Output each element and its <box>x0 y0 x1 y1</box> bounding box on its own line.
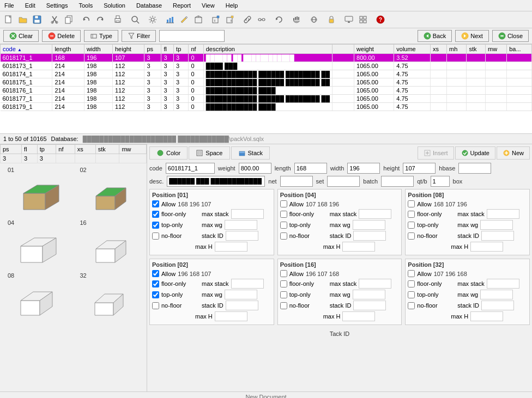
table-row[interactable]: 6018177_12141981123330████████████ █████… <box>1 95 532 103</box>
menu-settings[interactable]: Settings <box>44 1 70 10</box>
top-only-check-32[interactable] <box>408 291 415 298</box>
tb-chart[interactable] <box>164 13 177 26</box>
max-stack-input-04[interactable] <box>359 209 391 219</box>
allow-check-02[interactable] <box>152 270 159 277</box>
tb-open[interactable] <box>16 13 29 26</box>
col-mw[interactable]: mw <box>486 45 507 54</box>
max-wg-input-04[interactable] <box>353 220 385 230</box>
top-only-check-16[interactable] <box>280 291 287 298</box>
top-only-check-08[interactable] <box>408 222 415 229</box>
tb-palm[interactable] <box>290 13 303 26</box>
max-h-input-02[interactable] <box>215 311 247 321</box>
table-row[interactable]: 6018176_12141981123330████████████ ████1… <box>1 87 532 95</box>
width-input[interactable] <box>347 163 380 174</box>
allow-check-16[interactable] <box>280 270 287 277</box>
menu-report[interactable]: Report <box>171 1 193 10</box>
top-only-check-01[interactable] <box>152 222 159 229</box>
tb-print[interactable] <box>111 13 124 26</box>
filter-input[interactable] <box>159 30 225 42</box>
menu-tools[interactable]: Tools <box>76 1 95 10</box>
tb-save[interactable] <box>31 13 44 26</box>
tb-chain[interactable] <box>255 13 268 26</box>
max-stack-input-01[interactable] <box>231 209 264 219</box>
col-width[interactable]: width <box>84 45 112 54</box>
stack-id-input-02[interactable] <box>226 301 258 310</box>
top-only-check-04[interactable] <box>280 222 287 229</box>
tb-lock[interactable] <box>325 13 338 26</box>
length-input[interactable] <box>294 163 327 174</box>
max-stack-input-16[interactable] <box>359 279 391 289</box>
max-h-input-04[interactable] <box>342 242 375 252</box>
close-button[interactable]: Close <box>492 30 529 42</box>
floor-only-check-08[interactable] <box>408 211 415 218</box>
tb-grid[interactable] <box>356 13 370 26</box>
tab-insert[interactable]: Insert <box>418 146 454 160</box>
tb-undo[interactable] <box>80 13 93 26</box>
tab-update[interactable]: Update <box>455 146 495 160</box>
qtb-input[interactable] <box>431 176 450 187</box>
table-row[interactable]: 6018175_12141981123330████████████ █████… <box>1 78 532 87</box>
delete-button[interactable]: Delete <box>42 30 81 42</box>
tb-search[interactable] <box>129 13 142 26</box>
batch-input[interactable] <box>381 176 414 187</box>
max-stack-input-02[interactable] <box>231 279 264 289</box>
tab-stack[interactable]: Stack <box>231 146 270 160</box>
net-input[interactable] <box>280 176 313 187</box>
allow-check-08[interactable] <box>408 200 415 207</box>
tab-new[interactable]: New <box>497 146 530 160</box>
code-input[interactable] <box>166 163 215 174</box>
allow-check-01[interactable] <box>152 200 159 207</box>
filter-button[interactable]: Filter <box>122 30 156 42</box>
no-floor-check-16[interactable] <box>280 302 287 309</box>
col-xs[interactable]: xs <box>431 45 447 54</box>
tb-export[interactable] <box>209 13 222 26</box>
height-input[interactable] <box>403 163 436 174</box>
menu-edit[interactable]: Edit <box>23 1 38 10</box>
tb-link[interactable] <box>241 13 254 26</box>
menu-file[interactable]: File <box>2 1 16 10</box>
top-only-check-02[interactable] <box>152 291 159 298</box>
tb-edit[interactable] <box>178 13 191 26</box>
col-tp[interactable]: tp <box>174 45 189 54</box>
max-wg-input-16[interactable] <box>353 290 385 299</box>
stack-id-input-01[interactable] <box>226 231 258 241</box>
tb-box[interactable] <box>192 13 205 26</box>
tb-help[interactable]: ? <box>374 13 387 26</box>
col-ba[interactable]: ba... <box>507 45 532 54</box>
max-wg-input-08[interactable] <box>480 220 513 230</box>
max-h-input-08[interactable] <box>470 242 503 252</box>
floor-only-check-02[interactable] <box>152 280 159 287</box>
stack-id-input-32[interactable] <box>481 301 514 310</box>
stack-id-input-08[interactable] <box>481 231 514 241</box>
max-h-input-32[interactable] <box>470 311 503 321</box>
tb-monitor[interactable] <box>342 13 355 26</box>
hbase-input[interactable] <box>458 163 491 174</box>
stack-id-input-04[interactable] <box>353 231 386 241</box>
max-h-input-01[interactable] <box>215 242 247 252</box>
max-stack-input-32[interactable] <box>487 279 519 289</box>
tb-refresh[interactable] <box>273 13 286 26</box>
col-ps[interactable]: ps <box>144 45 161 54</box>
col-stk[interactable]: stk <box>467 45 486 54</box>
col-mh[interactable]: mh <box>447 45 467 54</box>
col-weight[interactable]: weight <box>354 45 394 54</box>
allow-check-32[interactable] <box>408 270 415 277</box>
menu-view[interactable]: View <box>200 1 217 10</box>
tab-color[interactable]: Color <box>149 146 188 160</box>
col-nf[interactable]: nf <box>189 45 203 54</box>
weight-input[interactable] <box>239 163 271 174</box>
floor-only-check-04[interactable] <box>280 211 287 218</box>
next-button[interactable]: Next <box>455 30 489 42</box>
max-stack-input-08[interactable] <box>487 209 519 219</box>
table-row[interactable]: 6018173_12141981123330████ ███1065.004.7… <box>1 62 532 70</box>
table-row[interactable]: 6018179_12141981123330████████████ ████1… <box>1 103 532 111</box>
no-floor-check-01[interactable] <box>152 232 159 240</box>
tab-space[interactable]: Space <box>189 146 229 160</box>
tb-cut[interactable] <box>48 13 61 26</box>
type-button[interactable]: Type <box>84 30 118 42</box>
col-fl[interactable]: fl <box>161 45 174 54</box>
floor-only-check-32[interactable] <box>408 280 415 287</box>
stack-id-input-16[interactable] <box>353 301 386 310</box>
set-input[interactable] <box>327 176 360 187</box>
no-floor-check-08[interactable] <box>408 232 415 240</box>
